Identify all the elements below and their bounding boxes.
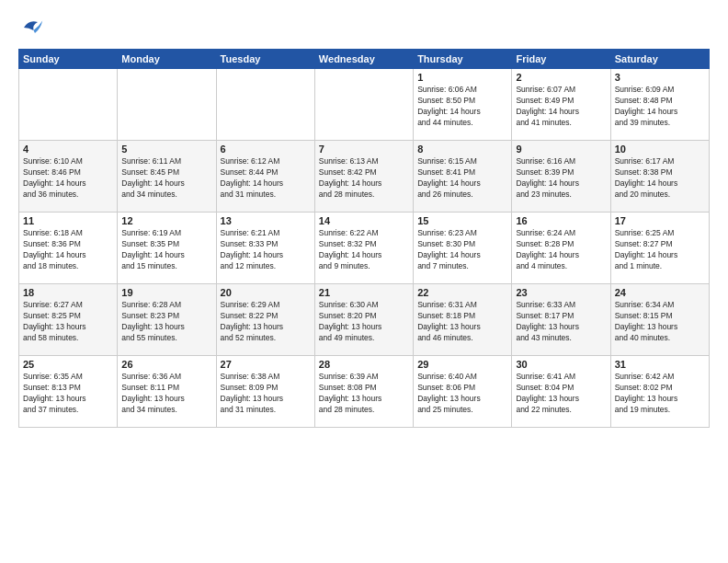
day-number: 9 [516, 144, 606, 155]
calendar-cell: 14Sunrise: 6:22 AM Sunset: 8:32 PM Dayli… [314, 213, 413, 284]
calendar-cell: 7Sunrise: 6:13 AM Sunset: 8:42 PM Daylig… [314, 141, 413, 213]
day-number: 25 [23, 359, 113, 370]
calendar-cell: 27Sunrise: 6:38 AM Sunset: 8:09 PM Dayli… [216, 356, 314, 428]
day-number: 24 [615, 287, 705, 298]
day-info: Sunrise: 6:09 AM Sunset: 8:48 PM Dayligh… [615, 85, 705, 129]
day-header-thursday: Thursday [414, 50, 512, 69]
calendar-cell: 24Sunrise: 6:34 AM Sunset: 8:15 PM Dayli… [610, 284, 709, 356]
day-info: Sunrise: 6:36 AM Sunset: 8:11 PM Dayligh… [121, 372, 211, 416]
calendar-cell: 29Sunrise: 6:40 AM Sunset: 8:06 PM Dayli… [414, 356, 512, 428]
day-number: 3 [615, 72, 705, 83]
calendar-cell: 30Sunrise: 6:41 AM Sunset: 8:04 PM Dayli… [512, 356, 610, 428]
calendar-cell: 10Sunrise: 6:17 AM Sunset: 8:38 PM Dayli… [610, 141, 709, 213]
day-number: 6 [221, 144, 311, 155]
calendar-cell: 16Sunrise: 6:24 AM Sunset: 8:28 PM Dayli… [512, 213, 610, 284]
calendar-cell: 12Sunrise: 6:19 AM Sunset: 8:35 PM Dayli… [118, 213, 216, 284]
day-number: 5 [121, 144, 211, 155]
day-number: 12 [121, 215, 211, 226]
day-number: 18 [23, 287, 113, 298]
day-info: Sunrise: 6:42 AM Sunset: 8:02 PM Dayligh… [615, 372, 705, 416]
day-number: 15 [417, 215, 507, 226]
day-info: Sunrise: 6:29 AM Sunset: 8:22 PM Dayligh… [221, 300, 311, 344]
day-number: 27 [221, 359, 311, 370]
day-number: 28 [319, 359, 409, 370]
calendar-cell: 8Sunrise: 6:15 AM Sunset: 8:41 PM Daylig… [414, 141, 512, 213]
calendar-cell: 21Sunrise: 6:30 AM Sunset: 8:20 PM Dayli… [314, 284, 413, 356]
day-info: Sunrise: 6:23 AM Sunset: 8:30 PM Dayligh… [417, 228, 507, 272]
week-row-3: 11Sunrise: 6:18 AM Sunset: 8:36 PM Dayli… [19, 213, 710, 284]
week-row-1: 1Sunrise: 6:06 AM Sunset: 8:50 PM Daylig… [19, 69, 710, 141]
day-info: Sunrise: 6:21 AM Sunset: 8:33 PM Dayligh… [221, 228, 311, 272]
day-number: 7 [319, 144, 409, 155]
calendar-cell: 4Sunrise: 6:10 AM Sunset: 8:46 PM Daylig… [19, 141, 118, 213]
day-info: Sunrise: 6:35 AM Sunset: 8:13 PM Dayligh… [23, 372, 113, 416]
calendar-cell [216, 69, 314, 141]
day-info: Sunrise: 6:30 AM Sunset: 8:20 PM Dayligh… [319, 300, 409, 344]
calendar-cell: 31Sunrise: 6:42 AM Sunset: 8:02 PM Dayli… [610, 356, 709, 428]
day-header-monday: Monday [118, 50, 216, 69]
day-header-saturday: Saturday [610, 50, 709, 69]
day-info: Sunrise: 6:34 AM Sunset: 8:15 PM Dayligh… [615, 300, 705, 344]
calendar-cell: 2Sunrise: 6:07 AM Sunset: 8:49 PM Daylig… [512, 69, 610, 141]
calendar-table: SundayMondayTuesdayWednesdayThursdayFrid… [18, 49, 710, 428]
day-number: 13 [221, 215, 311, 226]
day-number: 30 [516, 359, 606, 370]
calendar-cell: 3Sunrise: 6:09 AM Sunset: 8:48 PM Daylig… [610, 69, 709, 141]
day-number: 2 [516, 72, 606, 83]
day-number: 26 [121, 359, 211, 370]
calendar-cell: 9Sunrise: 6:16 AM Sunset: 8:39 PM Daylig… [512, 141, 610, 213]
logo [18, 14, 50, 41]
day-number: 21 [319, 287, 409, 298]
day-info: Sunrise: 6:19 AM Sunset: 8:35 PM Dayligh… [121, 228, 211, 272]
day-info: Sunrise: 6:13 AM Sunset: 8:42 PM Dayligh… [319, 156, 409, 201]
day-header-friday: Friday [512, 50, 610, 69]
day-header-sunday: Sunday [19, 50, 118, 69]
calendar-cell [118, 69, 216, 141]
calendar-cell: 25Sunrise: 6:35 AM Sunset: 8:13 PM Dayli… [19, 356, 118, 428]
calendar-cell: 19Sunrise: 6:28 AM Sunset: 8:23 PM Dayli… [118, 284, 216, 356]
day-info: Sunrise: 6:17 AM Sunset: 8:38 PM Dayligh… [615, 156, 705, 201]
day-info: Sunrise: 6:24 AM Sunset: 8:28 PM Dayligh… [516, 228, 606, 272]
day-number: 14 [319, 215, 409, 226]
day-info: Sunrise: 6:16 AM Sunset: 8:39 PM Dayligh… [516, 156, 606, 201]
logo-icon [18, 14, 46, 41]
calendar-cell: 6Sunrise: 6:12 AM Sunset: 8:44 PM Daylig… [216, 141, 314, 213]
day-number: 19 [121, 287, 211, 298]
day-number: 4 [23, 144, 113, 155]
day-info: Sunrise: 6:15 AM Sunset: 8:41 PM Dayligh… [417, 156, 507, 201]
day-info: Sunrise: 6:27 AM Sunset: 8:25 PM Dayligh… [23, 300, 113, 344]
week-row-4: 18Sunrise: 6:27 AM Sunset: 8:25 PM Dayli… [19, 284, 710, 356]
day-header-wednesday: Wednesday [314, 50, 413, 69]
calendar-cell: 22Sunrise: 6:31 AM Sunset: 8:18 PM Dayli… [414, 284, 512, 356]
day-info: Sunrise: 6:22 AM Sunset: 8:32 PM Dayligh… [319, 228, 409, 272]
day-info: Sunrise: 6:18 AM Sunset: 8:36 PM Dayligh… [23, 228, 113, 272]
day-info: Sunrise: 6:07 AM Sunset: 8:49 PM Dayligh… [516, 85, 606, 129]
day-number: 1 [417, 72, 507, 83]
calendar-cell: 5Sunrise: 6:11 AM Sunset: 8:45 PM Daylig… [118, 141, 216, 213]
day-number: 16 [516, 215, 606, 226]
week-row-5: 25Sunrise: 6:35 AM Sunset: 8:13 PM Dayli… [19, 356, 710, 428]
day-info: Sunrise: 6:31 AM Sunset: 8:18 PM Dayligh… [417, 300, 507, 344]
day-info: Sunrise: 6:11 AM Sunset: 8:45 PM Dayligh… [121, 156, 211, 201]
day-info: Sunrise: 6:33 AM Sunset: 8:17 PM Dayligh… [516, 300, 606, 344]
day-number: 31 [615, 359, 705, 370]
calendar-cell: 15Sunrise: 6:23 AM Sunset: 8:30 PM Dayli… [414, 213, 512, 284]
day-number: 20 [221, 287, 311, 298]
week-row-2: 4Sunrise: 6:10 AM Sunset: 8:46 PM Daylig… [19, 141, 710, 213]
day-number: 11 [23, 215, 113, 226]
day-number: 23 [516, 287, 606, 298]
calendar-cell: 23Sunrise: 6:33 AM Sunset: 8:17 PM Dayli… [512, 284, 610, 356]
page: SundayMondayTuesdayWednesdayThursdayFrid… [0, 0, 728, 563]
day-info: Sunrise: 6:41 AM Sunset: 8:04 PM Dayligh… [516, 372, 606, 416]
calendar-cell [19, 69, 118, 141]
day-number: 17 [615, 215, 705, 226]
header-row: SundayMondayTuesdayWednesdayThursdayFrid… [19, 50, 710, 69]
day-info: Sunrise: 6:10 AM Sunset: 8:46 PM Dayligh… [23, 156, 113, 201]
calendar-cell: 26Sunrise: 6:36 AM Sunset: 8:11 PM Dayli… [118, 356, 216, 428]
day-number: 10 [615, 144, 705, 155]
day-info: Sunrise: 6:12 AM Sunset: 8:44 PM Dayligh… [221, 156, 311, 201]
calendar-cell [314, 69, 413, 141]
calendar-cell: 28Sunrise: 6:39 AM Sunset: 8:08 PM Dayli… [314, 356, 413, 428]
calendar-cell: 11Sunrise: 6:18 AM Sunset: 8:36 PM Dayli… [19, 213, 118, 284]
day-number: 22 [417, 287, 507, 298]
